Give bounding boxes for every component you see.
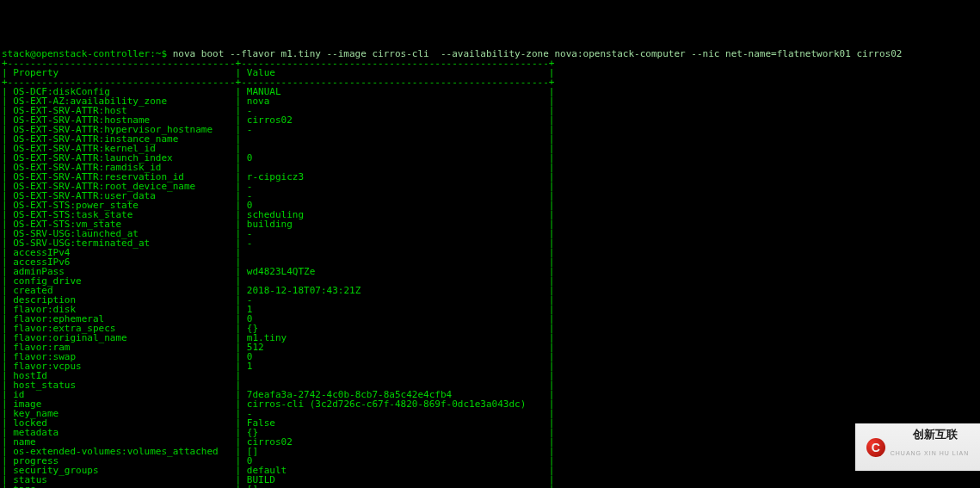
watermark-sub: CHUANG XIN HU LIAN	[891, 450, 970, 457]
terminal[interactable]: stack@openstack-controller:~$ nova boot …	[0, 47, 980, 488]
watermark-brand: 创新互联	[913, 428, 958, 441]
watermark-logo-icon: C	[866, 438, 885, 457]
watermark-badge: C 创新互联 CHUANG XIN HU LIAN	[855, 423, 980, 471]
